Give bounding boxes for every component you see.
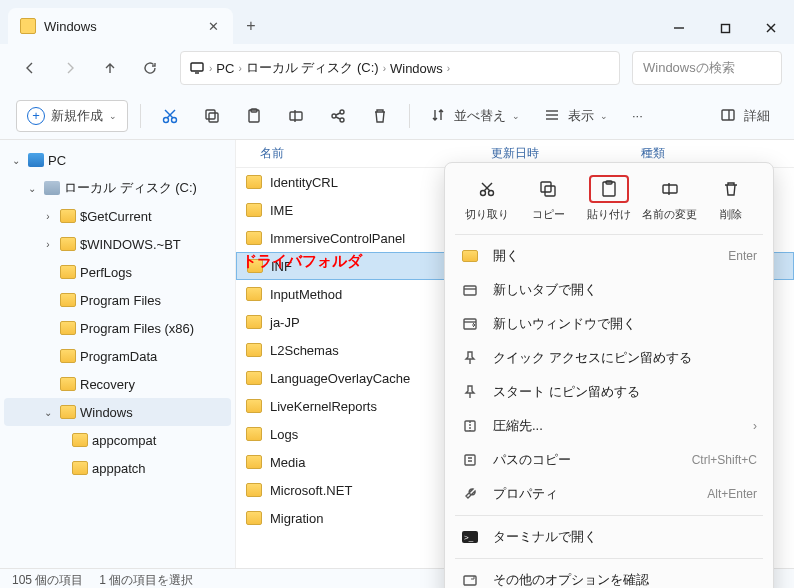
ctx-item[interactable]: >_ターミナルで開く bbox=[445, 520, 773, 554]
view-button[interactable]: 表示⌄ bbox=[536, 100, 616, 132]
tree-item[interactable]: appcompat bbox=[0, 426, 235, 454]
pc-icon bbox=[28, 153, 44, 167]
sort-button[interactable]: 並べ替え⌄ bbox=[422, 100, 528, 132]
folder-icon bbox=[72, 461, 88, 475]
tab-title: Windows bbox=[44, 19, 97, 34]
folder-icon bbox=[246, 455, 262, 469]
tab[interactable]: Windows ✕ bbox=[8, 8, 233, 44]
col-type[interactable]: 種類 bbox=[641, 145, 794, 162]
details-pane-button[interactable]: 詳細 bbox=[712, 100, 778, 132]
tree-item-pc[interactable]: ⌄PC bbox=[0, 146, 235, 174]
folder-icon bbox=[60, 405, 76, 419]
tree-item[interactable]: ProgramData bbox=[0, 342, 235, 370]
maximize-button[interactable] bbox=[702, 12, 748, 44]
ctx-item[interactable]: 圧縮先...› bbox=[445, 409, 773, 443]
close-button[interactable] bbox=[748, 12, 794, 44]
tree-item-disk[interactable]: ⌄ローカル ディスク (C:) bbox=[0, 174, 235, 202]
breadcrumb-item[interactable]: ローカル ディスク (C:) bbox=[246, 59, 379, 77]
svg-rect-42 bbox=[465, 455, 475, 465]
disk-icon bbox=[44, 181, 60, 195]
status-selected: 1 個の項目を選択 bbox=[99, 572, 193, 588]
up-button[interactable] bbox=[92, 50, 128, 86]
folder-icon bbox=[461, 247, 479, 265]
ctx-item[interactable]: 新しいタブで開く bbox=[445, 273, 773, 307]
tree-item[interactable]: Program Files (x86) bbox=[0, 314, 235, 342]
more-button[interactable]: ··· bbox=[624, 100, 651, 132]
ctx-cut-button[interactable]: 切り取り bbox=[459, 175, 515, 222]
folder-icon bbox=[246, 511, 262, 525]
forward-button[interactable] bbox=[52, 50, 88, 86]
folder-icon bbox=[72, 433, 88, 447]
cut-icon bbox=[467, 175, 507, 203]
new-tab-button[interactable]: + bbox=[233, 8, 269, 44]
delete-button[interactable] bbox=[363, 100, 397, 132]
monitor-icon bbox=[189, 61, 205, 75]
breadcrumb[interactable]: › PC › ローカル ディスク (C:) › Windows › bbox=[180, 51, 620, 85]
folder-icon bbox=[246, 175, 262, 189]
ctx-paste-button[interactable]: 貼り付け bbox=[581, 175, 637, 222]
minimize-button[interactable] bbox=[656, 12, 702, 44]
ctx-copy-button[interactable]: コピー bbox=[520, 175, 576, 222]
tree-item[interactable]: Recovery bbox=[0, 370, 235, 398]
tree-item[interactable]: Program Files bbox=[0, 286, 235, 314]
ctx-item[interactable]: クイック アクセスにピン留めする bbox=[445, 341, 773, 375]
more-icon bbox=[461, 571, 479, 588]
delete-icon bbox=[711, 175, 751, 203]
rename-icon bbox=[650, 175, 690, 203]
terminal-icon: >_ bbox=[461, 528, 479, 546]
svg-point-27 bbox=[489, 191, 494, 196]
folder-icon bbox=[60, 377, 76, 391]
ctx-item[interactable]: その他のオプションを確認 bbox=[445, 563, 773, 588]
svg-rect-24 bbox=[722, 110, 734, 120]
paste-button[interactable] bbox=[237, 100, 271, 132]
tree-item[interactable]: ›$WINDOWS.~BT bbox=[0, 230, 235, 258]
wrench-icon bbox=[461, 485, 479, 503]
ctx-item[interactable]: パスのコピーCtrl+Shift+C bbox=[445, 443, 773, 477]
svg-rect-11 bbox=[209, 113, 218, 122]
svg-rect-10 bbox=[206, 110, 215, 119]
window-icon bbox=[461, 315, 479, 333]
ctx-item[interactable]: スタート にピン留めする bbox=[445, 375, 773, 409]
folder-icon bbox=[247, 259, 263, 273]
col-name[interactable]: 名前 bbox=[236, 145, 491, 162]
svg-rect-30 bbox=[541, 182, 551, 192]
back-button[interactable] bbox=[12, 50, 48, 86]
svg-rect-4 bbox=[191, 63, 203, 71]
plus-circle-icon: + bbox=[27, 107, 45, 125]
breadcrumb-item[interactable]: PC bbox=[216, 61, 234, 76]
copypath-icon bbox=[461, 451, 479, 469]
tree-item[interactable]: ›$GetCurrent bbox=[0, 202, 235, 230]
folder-icon bbox=[246, 483, 262, 497]
new-button[interactable]: + 新規作成 ⌄ bbox=[16, 100, 128, 132]
ctx-delete-button[interactable]: 削除 bbox=[703, 175, 759, 222]
context-menu[interactable]: 切り取りコピー貼り付け名前の変更削除 開くEnter新しいタブで開く新しいウィン… bbox=[444, 162, 774, 588]
svg-point-7 bbox=[172, 117, 177, 122]
folder-icon bbox=[246, 399, 262, 413]
search-input[interactable]: Windowsの検索 bbox=[632, 51, 782, 85]
col-date[interactable]: 更新日時 bbox=[491, 145, 641, 162]
svg-point-18 bbox=[340, 118, 344, 122]
svg-point-16 bbox=[332, 114, 336, 118]
copy-button[interactable] bbox=[195, 100, 229, 132]
ctx-item[interactable]: 開くEnter bbox=[445, 239, 773, 273]
tab-icon bbox=[461, 281, 479, 299]
share-button[interactable] bbox=[321, 100, 355, 132]
folder-icon bbox=[60, 209, 76, 223]
refresh-button[interactable] bbox=[132, 50, 168, 86]
tree-item[interactable]: apppatch bbox=[0, 454, 235, 482]
ctx-item[interactable]: 新しいウィンドウで開く bbox=[445, 307, 773, 341]
zip-icon bbox=[461, 417, 479, 435]
rename-button[interactable] bbox=[279, 100, 313, 132]
folder-icon bbox=[246, 315, 262, 329]
ctx-item[interactable]: プロパティAlt+Enter bbox=[445, 477, 773, 511]
folder-icon bbox=[246, 203, 262, 217]
ctx-rename-button[interactable]: 名前の変更 bbox=[642, 175, 698, 222]
tree-item[interactable]: ⌄Windows bbox=[4, 398, 231, 426]
breadcrumb-item[interactable]: Windows bbox=[390, 61, 443, 76]
svg-rect-34 bbox=[663, 185, 677, 193]
tree-sidebar[interactable]: ⌄PC ⌄ローカル ディスク (C:) ›$GetCurrent›$WINDOW… bbox=[0, 140, 236, 568]
folder-icon bbox=[60, 293, 76, 307]
close-icon[interactable]: ✕ bbox=[205, 18, 221, 34]
cut-button[interactable] bbox=[153, 100, 187, 132]
tree-item[interactable]: PerfLogs bbox=[0, 258, 235, 286]
